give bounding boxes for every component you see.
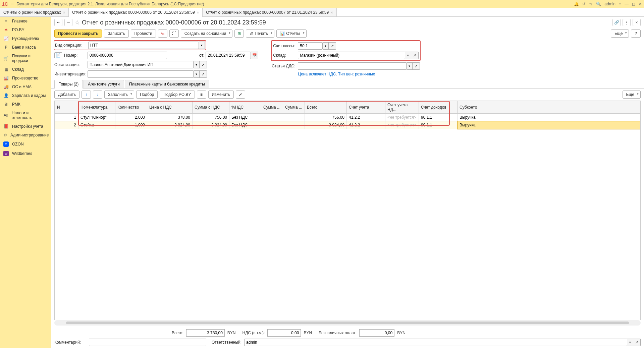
close-button[interactable]: × bbox=[633, 19, 641, 26]
col-n[interactable]: N bbox=[55, 101, 78, 114]
warehouse-input[interactable] bbox=[298, 52, 405, 59]
open-button[interactable]: ↗ bbox=[413, 62, 420, 70]
dropdown-button[interactable]: ▾ bbox=[405, 52, 411, 59]
sidebar-item-assets[interactable]: 🚚ОС и НМА bbox=[0, 82, 51, 91]
select-button[interactable]: Подбор bbox=[136, 91, 158, 99]
sidebar-item-settings[interactable]: 📕Настройки учета bbox=[0, 122, 51, 131]
create-based-button[interactable]: Создать на основании bbox=[181, 30, 233, 38]
dropdown-button[interactable]: ▾ bbox=[199, 42, 205, 49]
close-icon[interactable]: ✕ bbox=[639, 2, 642, 6]
sidebar-item-wildberries[interactable]: WWildberries bbox=[0, 149, 51, 158]
dropdown-button[interactable]: ▾ bbox=[194, 61, 200, 68]
star-icon[interactable]: ☆ bbox=[589, 2, 593, 6]
sidebar-item-taxes[interactable]: AкНалоги и отчетность bbox=[0, 109, 51, 122]
calendar-button[interactable]: 📅 bbox=[251, 52, 258, 59]
open-button[interactable]: ↗ bbox=[329, 42, 336, 50]
minimize-icon[interactable]: — bbox=[625, 2, 629, 6]
bell-icon[interactable]: 🔔 bbox=[574, 2, 579, 6]
sidebar-item-poby[interactable]: ✱PO.BY bbox=[0, 25, 51, 34]
restore-icon[interactable]: ◻ bbox=[632, 2, 635, 6]
back-button[interactable]: ← bbox=[54, 19, 62, 26]
table-row[interactable]: 2 Стойка 1,000 3 024,00 3 024,00 Без НДС… bbox=[55, 121, 640, 129]
col-sum[interactable]: Сумма с НДС bbox=[193, 101, 229, 114]
move-down-button[interactable]: ↓ bbox=[93, 91, 102, 99]
menu-icon[interactable]: ≡ bbox=[11, 1, 14, 7]
col-acc[interactable]: Счет учета bbox=[347, 101, 385, 114]
tab-goods[interactable]: Товары (2) bbox=[54, 80, 83, 88]
window-tab[interactable]: Отчет о розничных продажах 0000-000006 о… bbox=[69, 8, 203, 16]
col-qty[interactable]: Количество bbox=[115, 101, 147, 114]
barcode-button[interactable]: ⫼ bbox=[197, 91, 206, 99]
sidebar-item-salary[interactable]: 👤Зарплата и кадры bbox=[0, 91, 51, 100]
comment-input[interactable] bbox=[89, 339, 206, 346]
sidebar-item-sales[interactable]: 🛒Покупки и продажи bbox=[0, 52, 51, 65]
window-tab[interactable]: Отчеты о розничных продажах × bbox=[0, 8, 69, 16]
sidebar-item-production[interactable]: 🏭Производство bbox=[0, 74, 51, 82]
excel-button[interactable]: ⊞ bbox=[234, 30, 244, 38]
close-icon[interactable]: × bbox=[197, 10, 199, 14]
responsible-input[interactable] bbox=[244, 339, 627, 346]
open-button[interactable]: ↗ bbox=[200, 70, 207, 78]
op-type-input[interactable] bbox=[88, 42, 199, 49]
help-button[interactable]: ? bbox=[631, 30, 641, 38]
dropdown-button[interactable]: ▾ bbox=[407, 62, 413, 70]
tab-cards[interactable]: Платежные карты и банковские кредиты bbox=[125, 80, 209, 88]
favorite-icon[interactable]: ☆ bbox=[74, 19, 80, 26]
print-button[interactable]: 🖨 Печать bbox=[246, 30, 274, 38]
add-button[interactable]: Добавить bbox=[54, 91, 79, 99]
date-input[interactable] bbox=[206, 52, 251, 59]
more-menu-button[interactable]: ⋮ bbox=[623, 19, 631, 26]
settings-icon[interactable]: ≡ bbox=[619, 2, 621, 6]
dropdown-button[interactable]: ▾ bbox=[194, 70, 200, 78]
doc-icon[interactable]: 📄 bbox=[54, 52, 62, 58]
close-icon[interactable]: × bbox=[63, 10, 65, 14]
horizontal-scrollbar[interactable] bbox=[54, 320, 641, 326]
sidebar-item-bank[interactable]: ₽Банк и касса bbox=[0, 43, 51, 52]
dds-input[interactable] bbox=[298, 62, 407, 70]
open-button[interactable]: ↗ bbox=[200, 61, 207, 68]
col-income[interactable]: Счет доходов bbox=[419, 101, 458, 114]
table-row[interactable]: 1 Стул "Юниор" 2,000 378,00 756,00 Без Н… bbox=[55, 114, 640, 121]
dropdown-button[interactable]: ▾ bbox=[627, 339, 633, 346]
search-icon[interactable]: 🔍 bbox=[596, 2, 601, 6]
col-vatsum1[interactable]: Сумма ... bbox=[261, 101, 283, 114]
sidebar-item-rmk[interactable]: 🖥РМК bbox=[0, 100, 51, 109]
sidebar-item-main[interactable]: ≡Главное bbox=[0, 17, 51, 25]
number-input[interactable] bbox=[88, 52, 167, 59]
col-sub[interactable]: Субконто bbox=[458, 101, 640, 114]
col-price[interactable]: Цена с НДС bbox=[147, 101, 193, 114]
col-nom[interactable]: Номенклатура bbox=[78, 101, 115, 114]
sidebar-item-ozon[interactable]: OOZON bbox=[0, 139, 51, 149]
history-icon[interactable]: ↺ bbox=[582, 2, 586, 6]
col-total[interactable]: Всего bbox=[305, 101, 347, 114]
change-button[interactable]: Изменить bbox=[208, 91, 234, 99]
sidebar-item-manager[interactable]: 📈Руководителю bbox=[0, 34, 51, 43]
reports-button[interactable]: 📊 Отчеты bbox=[276, 30, 307, 38]
price-type-link[interactable]: Цена включает НДС. Тип цен: розничные bbox=[298, 72, 375, 76]
close-icon[interactable]: × bbox=[331, 10, 333, 14]
dt-kt-button[interactable]: Ак bbox=[158, 30, 167, 38]
forward-button[interactable]: → bbox=[64, 19, 72, 26]
col-acc-vat[interactable]: Счет учета НД... bbox=[385, 101, 419, 114]
window-tab[interactable]: Отчет о розничных продажах 0000-000007 о… bbox=[203, 8, 336, 16]
table-more-button[interactable]: Еще bbox=[623, 91, 641, 99]
tab-agent[interactable]: Агентские услуги bbox=[84, 80, 124, 88]
col-vatsum2[interactable]: Сумма ... bbox=[283, 101, 305, 114]
open-button[interactable]: ↗ bbox=[633, 339, 641, 346]
fill-button[interactable]: Заполнить bbox=[104, 91, 134, 99]
inventory-input[interactable] bbox=[88, 70, 194, 78]
col-vat[interactable]: %НДС bbox=[229, 101, 261, 114]
dropdown-button[interactable]: ▾ bbox=[323, 42, 329, 50]
move-up-button[interactable]: ↑ bbox=[82, 91, 91, 99]
sidebar-item-warehouse[interactable]: ▦Склад bbox=[0, 65, 51, 74]
user-label[interactable]: admin bbox=[604, 2, 615, 6]
post-button[interactable]: Провести bbox=[131, 30, 156, 38]
expand-button[interactable]: ⤢ bbox=[236, 91, 245, 99]
org-input[interactable] bbox=[88, 61, 194, 68]
link-button[interactable]: 🔗 bbox=[612, 19, 621, 26]
open-button[interactable]: ↗ bbox=[411, 52, 419, 59]
structure-button[interactable]: ⛶ bbox=[169, 30, 179, 38]
sidebar-item-admin[interactable]: ⚙Администрирование bbox=[0, 131, 51, 139]
save-button[interactable]: Записать bbox=[104, 30, 128, 38]
select-poby-button[interactable]: Подбор PO.BY bbox=[160, 91, 195, 99]
